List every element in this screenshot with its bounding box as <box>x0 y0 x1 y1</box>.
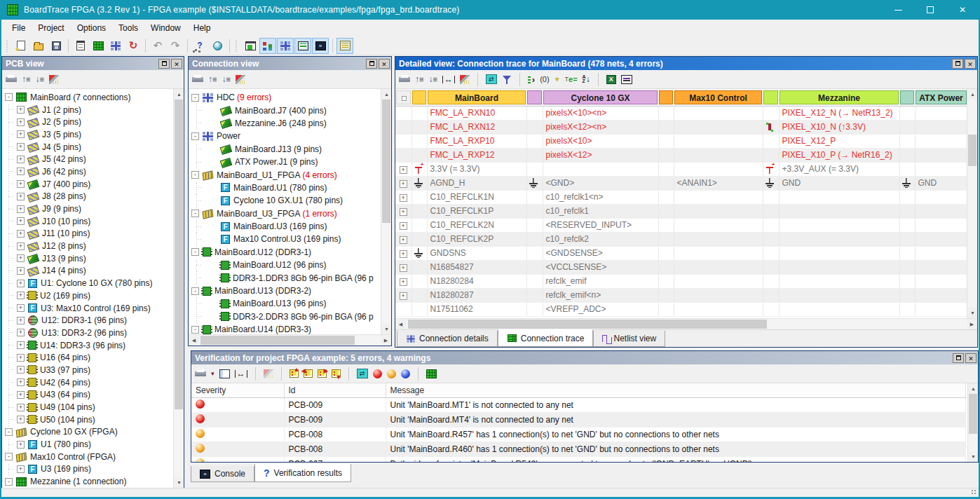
pcb-view-toggle[interactable] <box>242 38 259 54</box>
menu-item[interactable]: Project <box>32 21 70 35</box>
tree-expander[interactable]: + <box>17 217 25 225</box>
close-button[interactable] <box>946 0 979 20</box>
net-row[interactable]: + GNDSNS <GNDSENSE> <box>395 246 967 260</box>
show-info-toggle[interactable] <box>401 369 410 378</box>
print-button[interactable] <box>192 75 203 84</box>
tree-item[interactable]: + U14: DDR3-3 (96 pins) <box>2 339 173 352</box>
tree-item[interactable]: + U2 (169 pins) <box>2 289 173 302</box>
row-expander[interactable]: + <box>400 222 407 230</box>
tree-item[interactable]: - MainBoard_U3_FPGA (1 errors) <box>189 207 381 220</box>
connection-tree-toggle[interactable] <box>259 38 276 54</box>
connection-vertical-scrollbar[interactable]: ▲ ▼ <box>381 89 391 334</box>
net-row[interactable]: + C10_REFCLK2P c10_refclk2 <box>395 232 967 246</box>
tree-item[interactable]: DDR3-1.DDR3 8Gb 96-pin BGA (96 p <box>189 271 381 284</box>
tree-expander[interactable]: + <box>17 205 25 213</box>
tree-expander[interactable]: + <box>17 180 25 188</box>
collapse-all-button[interactable] <box>415 74 423 84</box>
scroll-right-arrow[interactable]: ▶ <box>967 319 977 329</box>
scroll-up-arrow[interactable]: ▲ <box>381 89 391 100</box>
severity-column-header[interactable]: Severity <box>191 383 284 397</box>
row-expander[interactable]: + <box>400 264 407 272</box>
highlight-button[interactable] <box>460 75 470 84</box>
verification-close-button[interactable] <box>965 353 976 363</box>
row-expander[interactable]: + <box>400 250 407 258</box>
mainboard-icon-header[interactable] <box>412 90 426 104</box>
net-row[interactable]: FMC_LA_RXP12 pixelsX<12> PIXEL_X10_P (→ … <box>395 148 967 162</box>
tab-netlist-view[interactable]: Netlist view <box>593 331 665 347</box>
tree-item[interactable]: + U33 (97 pins) <box>2 364 173 376</box>
row-expander[interactable]: + <box>400 278 407 286</box>
tree-item[interactable]: + U16 (64 pins) <box>2 351 173 364</box>
atx-icon-header[interactable] <box>900 90 914 104</box>
menu-item[interactable]: File <box>6 21 32 35</box>
fit-columns-button[interactable] <box>235 369 247 378</box>
scroll-down-arrow[interactable]: ▼ <box>967 308 977 318</box>
tree-item[interactable]: + J10 (10 pins) <box>2 215 173 228</box>
tree-expander[interactable]: + <box>17 366 25 374</box>
tree-expander[interactable]: - <box>5 478 13 486</box>
tree-item[interactable]: MainBoard.U1 (780 pins) <box>189 182 381 194</box>
scroll-down-arrow[interactable]: ▼ <box>174 477 184 488</box>
id-column-header[interactable]: Id <box>284 383 386 397</box>
tree-expander[interactable]: - <box>5 453 13 460</box>
scroll-thumb[interactable] <box>175 100 183 409</box>
highlight-button[interactable] <box>49 75 59 84</box>
tree-item[interactable]: + J1 (2 pins) <box>2 104 173 116</box>
tree-expander[interactable]: + <box>17 280 25 287</box>
column-chooser-button[interactable] <box>486 74 497 84</box>
scroll-down-arrow[interactable]: ▼ <box>381 324 391 334</box>
show-errors-toggle[interactable] <box>373 369 382 378</box>
console-toggle[interactable] <box>312 38 329 54</box>
tree-item[interactable]: - Mezzanine (1 connection) <box>2 475 173 488</box>
tree-expander[interactable]: - <box>191 287 199 295</box>
save-button[interactable] <box>48 38 64 54</box>
connection-horizontal-scrollbar[interactable]: ◀ ▶ <box>189 334 391 346</box>
next-message-button[interactable] <box>318 369 327 378</box>
max10-column-header[interactable]: Max10 Control <box>674 90 762 104</box>
toolbar-grip[interactable] <box>6 39 10 52</box>
board-button[interactable] <box>426 369 437 378</box>
columns-button[interactable] <box>219 369 230 378</box>
net-row[interactable]: + AGND_H <GND> <ANAIN1> GND GND <box>395 176 967 190</box>
tree-expander[interactable]: + <box>17 230 25 238</box>
highlight-button-disabled[interactable] <box>264 369 273 378</box>
connection-button[interactable] <box>107 38 124 54</box>
net-row[interactable]: N17511062 <VREFP_ADC> <box>395 302 967 316</box>
tree-expander[interactable]: + <box>17 242 25 250</box>
tree-item[interactable]: + J2 (5 pins) <box>2 116 173 128</box>
tree-expander[interactable]: - <box>191 248 199 256</box>
tree-item[interactable]: + J9 (9 pins) <box>2 203 173 215</box>
row-expander[interactable]: + <box>400 236 407 244</box>
sort-az-button[interactable] <box>583 74 590 84</box>
report-button[interactable] <box>72 38 89 54</box>
verification-row[interactable]: PCB-009 Unit 'MainBoard.MT4' is not conn… <box>191 412 966 427</box>
tree-expander[interactable]: + <box>17 168 25 175</box>
max10-icon-header[interactable] <box>659 90 673 104</box>
scroll-thumb[interactable] <box>408 320 767 329</box>
row-expander[interactable]: + <box>400 180 407 188</box>
row-expander[interactable]: + <box>400 194 407 202</box>
tree-expander[interactable]: + <box>17 193 25 200</box>
export-excel-button[interactable] <box>606 75 616 84</box>
menu-item[interactable]: Window <box>144 21 187 35</box>
detail-vertical-scrollbar[interactable]: ▲ ▼ <box>967 89 977 318</box>
redo-button[interactable] <box>167 38 184 54</box>
fit-columns-button[interactable] <box>442 74 455 84</box>
scroll-left-arrow[interactable]: ◀ <box>189 335 199 346</box>
cyclone-icon-header[interactable] <box>527 90 542 104</box>
tree-expander[interactable]: + <box>17 292 25 299</box>
expand-all-button[interactable] <box>222 74 230 84</box>
select-all-box[interactable] <box>402 96 407 101</box>
notes-toggle[interactable] <box>336 38 353 54</box>
tree-expander[interactable]: + <box>17 106 25 114</box>
tree-expander[interactable]: + <box>17 156 25 163</box>
expand-all-button[interactable] <box>35 74 43 84</box>
tree-item[interactable]: + J3 (5 pins) <box>2 128 173 141</box>
connection-view-toggle[interactable] <box>277 38 294 54</box>
tree-expander[interactable]: + <box>17 254 25 262</box>
expand-all-button[interactable] <box>428 74 437 84</box>
tree-expander[interactable]: - <box>5 428 13 436</box>
net-row[interactable]: + N18280284 refclk_emif <box>395 274 967 288</box>
tree-item[interactable]: - MainBoard_U1_FPGA (4 errors) <box>189 168 381 181</box>
tree-expander[interactable]: + <box>17 143 25 151</box>
